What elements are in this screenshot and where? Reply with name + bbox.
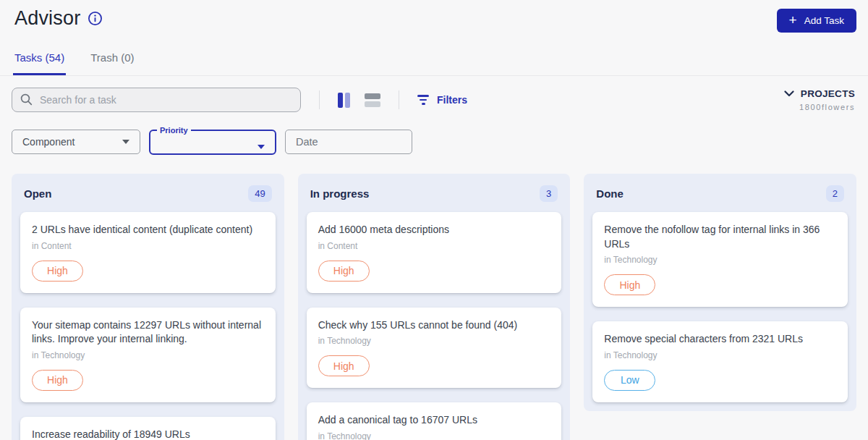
caret-down-icon [258,145,265,149]
board-column-open: Open492 URLs have identical content (dup… [12,174,284,440]
column-count-badge: 3 [540,185,558,202]
task-card[interactable]: Add a canonical tag to 16707 URLsin Tech… [307,402,562,440]
title-wrap: Advisor [14,7,103,30]
task-card[interactable]: Remove the nofollow tag for internal lin… [592,212,848,307]
column-count-badge: 2 [826,185,844,202]
card-component: in Technology [32,350,264,360]
search-icon [20,93,33,109]
priority-filter-label: Priority [157,126,191,135]
top-bar: Advisor + Add Task [0,0,868,33]
projects-dropdown[interactable]: PROJECTS [784,88,855,99]
projects-block: PROJECTS 1800flowers [784,88,855,111]
card-title: Check why 155 URLs cannot be found (404) [318,318,550,333]
column-header: Open49 [20,182,276,212]
column-title: Done [596,187,624,200]
search-wrap [12,88,301,112]
filter-row: Component Priority [0,112,868,155]
card-component: in Technology [604,350,836,360]
plus-icon: + [789,13,797,27]
page-title: Advisor [14,7,80,30]
add-task-button[interactable]: + Add Task [777,9,856,33]
date-filter[interactable] [285,130,412,154]
column-title: In progress [310,187,370,200]
card-title: 2 URLs have identical content (duplicate… [32,223,264,237]
priority-badge: High [32,261,83,282]
card-list: Remove the nofollow tag for internal lin… [592,212,848,402]
tab-tasks[interactable]: Tasks (54) [13,47,66,75]
info-icon[interactable] [88,11,103,26]
filter-icon [417,95,429,105]
board-column-done: Done2Remove the nofollow tag for interna… [584,174,856,411]
project-name: 1800flowers [784,103,855,111]
task-card[interactable]: Add 16000 meta descriptionsin ContentHig… [307,212,562,293]
column-header: Done2 [592,182,848,212]
priority-badge: High [318,261,370,282]
board: Open492 URLs have identical content (dup… [0,155,868,440]
card-list: 2 URLs have identical content (duplicate… [20,212,276,440]
card-title: Remove special characters from 2321 URLs [604,332,836,347]
card-title: Add 16000 meta descriptions [318,223,550,237]
card-component: in Content [318,241,550,251]
card-title: Add a canonical tag to 16707 URLs [318,413,550,428]
add-task-label: Add Task [804,15,844,26]
kanban-view-icon[interactable] [338,93,350,108]
list-view-icon[interactable] [365,93,380,107]
tab-bar: Tasks (54) Trash (0) [0,47,868,76]
column-count-badge: 49 [248,185,271,202]
task-card[interactable]: Your sitemap contains 12297 URLs without… [20,308,276,402]
priority-badge: Low [604,370,655,391]
tab-trash[interactable]: Trash (0) [89,47,135,75]
advisor-app: Advisor + Add Task Tasks (54) Trash (0) [0,0,868,440]
column-title: Open [24,187,51,200]
toolbar: Filters PROJECTS 1800flowers [0,76,868,112]
card-component: in Technology [318,336,550,346]
card-title: Remove the nofollow tag for internal lin… [604,223,836,251]
caret-down-icon [122,140,129,144]
card-list: Add 16000 meta descriptionsin ContentHig… [307,212,562,440]
card-component: in Content [32,241,264,251]
component-filter[interactable]: Component [12,130,140,154]
divider [399,90,399,109]
filters-label: Filters [437,94,467,106]
task-card[interactable]: Increase readability of 18949 URLsin Con… [20,417,276,440]
filters-button[interactable]: Filters [417,94,467,106]
projects-label: PROJECTS [801,88,855,99]
priority-badge: High [318,355,370,376]
task-card[interactable]: 2 URLs have identical content (duplicate… [20,212,276,293]
card-title: Increase readability of 18949 URLs [32,428,264,440]
priority-badge: High [32,370,83,391]
card-component: in Technology [318,431,550,440]
task-card[interactable]: Remove special characters from 2321 URLs… [592,321,848,402]
column-header: In progress3 [307,182,562,212]
card-component: in Technology [604,255,836,265]
task-card[interactable]: Check why 155 URLs cannot be found (404)… [307,308,562,389]
priority-filter[interactable]: Priority [149,126,276,155]
divider [319,90,320,109]
chevron-down-icon [784,90,794,97]
card-title: Your sitemap contains 12297 URLs without… [32,318,264,347]
search-input[interactable] [12,88,301,112]
priority-badge: High [604,274,655,295]
board-column-in-progress: In progress3Add 16000 meta descriptionsi… [298,174,571,440]
component-filter-label: Component [22,136,75,148]
